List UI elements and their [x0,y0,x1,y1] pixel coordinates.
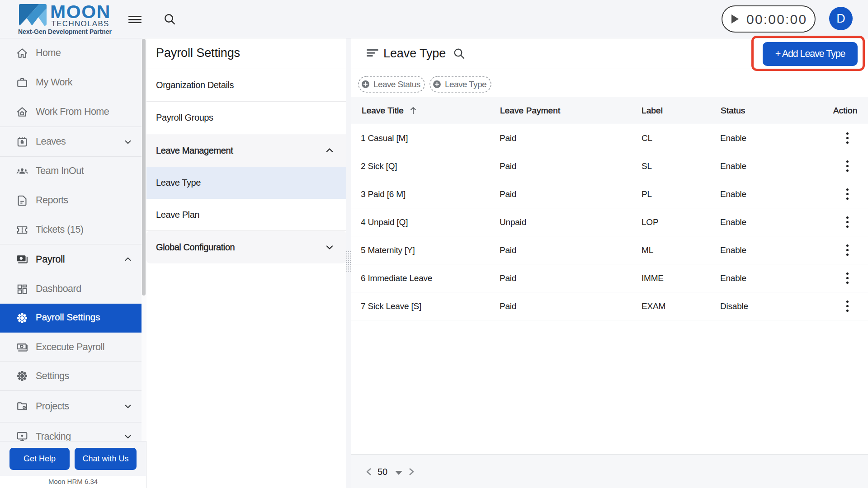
svg-text:Next-Gen Development Partner: Next-Gen Development Partner [18,28,112,35]
svg-text:TECHNOLABS: TECHNOLABS [52,19,109,28]
